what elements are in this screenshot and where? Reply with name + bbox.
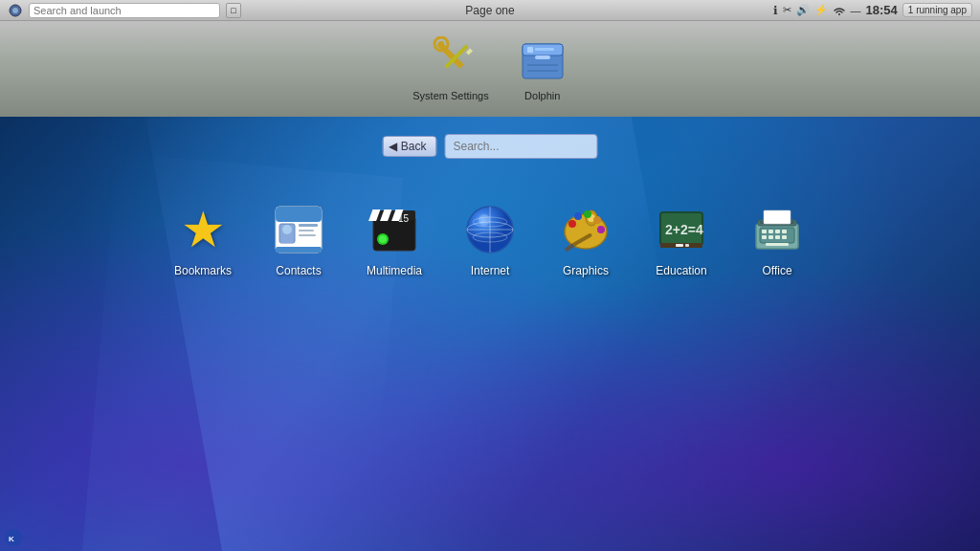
- contacts-label: Contacts: [276, 264, 321, 277]
- svg-rect-64: [764, 210, 791, 224]
- app-internet[interactable]: Internet: [442, 193, 538, 285]
- office-icon: [750, 203, 804, 256]
- svg-rect-15: [276, 207, 322, 222]
- svg-point-36: [479, 214, 490, 226]
- education-icon-wrap: 2+2=4: [653, 201, 710, 258]
- svg-rect-55: [768, 230, 773, 233]
- volume-icon: 🔊: [796, 4, 810, 16]
- app-multimedia[interactable]: 15 Multimedia: [346, 193, 442, 285]
- app-grid: ★ Bookmarks: [155, 193, 825, 285]
- page-title: Page one: [465, 4, 514, 17]
- shelf-app-dolphin[interactable]: Dolphin: [518, 36, 568, 101]
- battery-icon: —: [851, 5, 861, 16]
- topbar-window-btn[interactable]: □: [226, 3, 241, 18]
- education-label: Education: [656, 264, 706, 277]
- svg-rect-9: [535, 55, 550, 59]
- office-icon-wrap: [748, 201, 806, 258]
- nav-search-input[interactable]: [445, 134, 598, 159]
- app-office[interactable]: Office: [729, 193, 825, 285]
- internet-icon: [463, 203, 517, 256]
- kde-logo-icon: K: [4, 528, 23, 547]
- running-app-btn[interactable]: 1 running app: [902, 3, 972, 17]
- svg-rect-54: [762, 230, 767, 233]
- svg-rect-18: [299, 224, 318, 227]
- shelf-app-system-settings[interactable]: System Settings: [412, 36, 488, 101]
- kde-logo: K: [4, 528, 23, 547]
- bluetooth-icon: ⚡: [814, 4, 828, 16]
- topbar: □ Page one ℹ ✂ 🔊 ⚡ — 18:54 1 running app: [0, 0, 980, 21]
- svg-rect-65: [766, 243, 789, 246]
- desktop: ◀ Back ★ Bookmarks: [0, 117, 980, 551]
- graphics-label: Graphics: [563, 264, 609, 277]
- topbar-left: □: [8, 3, 773, 18]
- nav-bar: ◀ Back: [382, 134, 597, 159]
- office-label: Office: [762, 264, 791, 277]
- app-education[interactable]: 2+2=4 Education: [634, 193, 729, 285]
- svg-rect-61: [782, 235, 787, 239]
- multimedia-icon: 15: [368, 203, 421, 256]
- contacts-icon: [272, 203, 325, 256]
- system-settings-icon: [426, 36, 476, 86]
- svg-point-40: [568, 220, 576, 228]
- bookmarks-icon: ★: [181, 201, 226, 258]
- bookmarks-icon-wrap: ★: [174, 201, 232, 258]
- clock: 18:54: [866, 3, 898, 17]
- svg-rect-22: [373, 216, 415, 251]
- svg-rect-51: [685, 244, 689, 247]
- svg-rect-57: [782, 230, 787, 233]
- kde-icon: [8, 3, 23, 18]
- internet-label: Internet: [471, 264, 510, 277]
- desktop-background: [0, 117, 980, 551]
- svg-text:K: K: [9, 535, 14, 543]
- wifi-icon: [833, 4, 846, 17]
- app-contacts[interactable]: Contacts: [251, 193, 346, 285]
- app-bookmarks[interactable]: ★ Bookmarks: [155, 193, 251, 285]
- svg-rect-21: [276, 247, 322, 253]
- app-shelf: System Settings Dolphin: [0, 21, 980, 117]
- svg-point-41: [574, 212, 582, 220]
- svg-text:15: 15: [398, 213, 410, 224]
- scissors-icon: ✂: [783, 4, 791, 16]
- svg-rect-20: [299, 234, 316, 236]
- svg-rect-56: [775, 230, 780, 233]
- contacts-icon-wrap: [270, 201, 327, 258]
- svg-rect-12: [527, 47, 533, 53]
- system-settings-label: System Settings: [412, 90, 488, 101]
- app-graphics[interactable]: Graphics: [538, 193, 634, 285]
- svg-point-4: [438, 41, 444, 47]
- internet-icon-wrap: [461, 201, 519, 258]
- svg-text:2+2=4: 2+2=4: [665, 222, 703, 237]
- svg-point-42: [584, 210, 591, 218]
- svg-rect-59: [768, 235, 773, 239]
- svg-marker-6: [466, 49, 473, 55]
- svg-point-28: [379, 235, 387, 243]
- back-button[interactable]: ◀ Back: [382, 136, 436, 157]
- svg-rect-19: [299, 230, 314, 231]
- svg-rect-58: [762, 235, 767, 239]
- info-icon: ℹ: [773, 4, 778, 17]
- svg-rect-46: [565, 244, 575, 252]
- topbar-search[interactable]: [29, 3, 220, 18]
- dolphin-label: Dolphin: [524, 90, 560, 101]
- dolphin-icon: [518, 36, 568, 86]
- topbar-right: ℹ ✂ 🔊 ⚡ — 18:54 1 running app: [773, 3, 972, 17]
- multimedia-icon-wrap: 15: [366, 201, 423, 258]
- svg-point-44: [597, 226, 605, 233]
- multimedia-label: Multimedia: [367, 264, 422, 277]
- bookmarks-label: Bookmarks: [174, 264, 232, 277]
- svg-point-17: [282, 225, 292, 234]
- graphics-icon: [559, 203, 612, 256]
- education-icon: 2+2=4: [655, 203, 708, 256]
- graphics-icon-wrap: [557, 201, 614, 258]
- svg-point-1: [12, 8, 18, 13]
- svg-rect-13: [535, 48, 554, 51]
- svg-point-43: [593, 216, 601, 224]
- svg-rect-60: [775, 235, 780, 239]
- svg-rect-50: [676, 244, 683, 247]
